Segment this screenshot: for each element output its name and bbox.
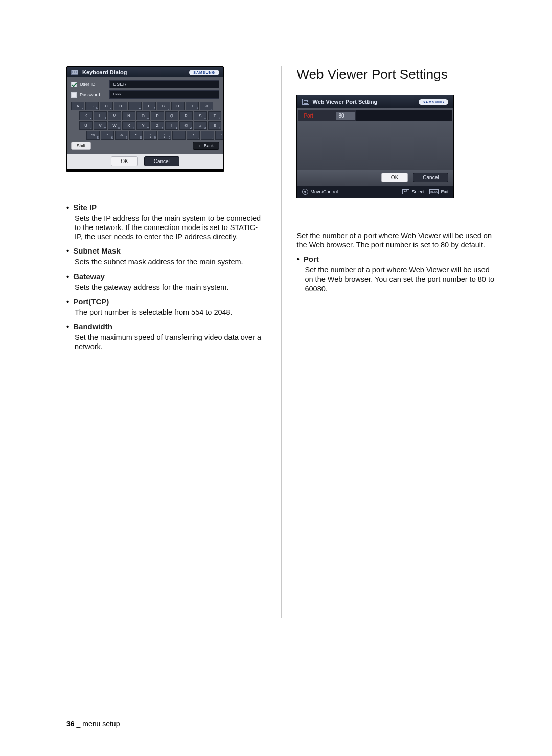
port-dialog-navbar: Move/Control Select MENUExit [297,186,453,198]
key-j[interactable]: Jj [200,102,213,110]
right-bullet-list: •PortSet the number of a port where Web … [296,255,496,298]
port-dialog: Web Viewer Port Setting SAMSUNG Port 80 … [296,95,454,198]
select-hint: Select [402,189,424,194]
port-row: Port 80 [298,110,452,121]
joystick-icon [302,189,308,195]
key-f[interactable]: Ff [143,102,156,110]
key-d[interactable]: Dd [114,102,127,110]
key-u[interactable]: Uu [79,121,93,130]
bullet-item: •Subnet MaskSets the subnet mask address… [66,246,266,266]
key-b[interactable]: Bb [85,102,99,110]
key-a[interactable]: Aa [71,102,84,110]
key-w[interactable]: Ww [108,121,121,130]
key-([interactable]: (9 [144,131,157,140]
section-heading: Web Viewer Port Settings [296,66,496,82]
bullet-item: •PortSet the number of a port where Web … [296,255,496,293]
key-/[interactable]: /. [187,131,200,140]
key-^[interactable]: ^6 [101,131,114,140]
samsung-logo: SAMSUNG [189,70,219,75]
shift-key[interactable]: Shift [71,142,91,150]
key-r[interactable]: Rr [179,111,193,120]
enter-icon [402,189,409,194]
userid-label: User ID [80,82,106,87]
key-x[interactable]: Xx [122,121,135,130]
port-label: Port [298,113,334,119]
key-*[interactable]: *8 [129,131,143,140]
exit-hint: MENUExit [429,189,448,194]
key-~[interactable]: ~- [172,131,186,140]
left-bullet-list: •Site IPSets the IP address for the main… [66,203,266,356]
key-&[interactable]: &7 [115,131,128,140]
bullet-item: •Site IPSets the IP address for the main… [66,203,266,241]
key-n[interactable]: Nn [122,111,135,120]
page-number: 36 [66,720,75,728]
bullet-title: Site IP [73,203,97,212]
keyboard-dialog-body: User ID USER Password **** AaBbCcDdEeFfG… [67,77,223,154]
monitor-icon [302,99,309,105]
password-label: Password [80,92,106,97]
section-lead: Set the number of a port where Web Viewe… [296,231,496,249]
port-dialog-title: Web Viewer Port Setting [312,99,377,105]
key-:[interactable]: :; [215,131,224,140]
key-@[interactable]: @2 [179,121,193,130]
key-l[interactable]: Ll [94,111,107,120]
back-key[interactable]: Back [193,142,219,150]
password-input[interactable]: **** [109,90,219,99]
key-)[interactable]: )0 [158,131,171,140]
key-o[interactable]: Oo [136,111,150,120]
key-m[interactable]: Mm [108,111,121,120]
bullet-desc: Sets the IP address for the main system … [75,214,266,241]
right-column: Web Viewer Port Settings Web Viewer Port… [296,66,496,618]
page-footer: 36_ menu setup [66,720,120,728]
port-value-input[interactable]: 80 [336,112,355,120]
bullet-desc: Sets the subnet mask address for the mai… [75,257,266,266]
ok-button[interactable]: OK [111,156,137,166]
keyboard-dialog: Keyboard Dialog SAMSUNG User ID USER Pas… [66,66,224,172]
key-#[interactable]: #3 [194,121,207,130]
key-y[interactable]: Yy [136,121,150,130]
cancel-button[interactable]: Cancel [413,173,448,182]
key-g[interactable]: Gg [157,102,170,110]
column-divider [281,66,282,618]
password-checkbox[interactable] [71,92,77,98]
bullet-desc: Set the number of a port where Web Viewe… [305,265,496,293]
userid-input[interactable]: USER [109,80,219,88]
cancel-button[interactable]: Cancel [144,156,179,166]
bullet-title: Gateway [73,272,105,281]
bullet-title: Bandwidth [73,322,112,331]
bullet-item: •GatewaySets the gateway address for the… [66,272,266,292]
page-section: menu setup [82,720,120,728]
keyboard-dialog-buttons: OK Cancel [67,154,223,169]
port-dialog-titlebar: Web Viewer Port Setting SAMSUNG [297,95,453,108]
bullet-title: Port(TCP) [73,297,109,306]
ok-button[interactable]: OK [381,173,408,182]
key-e[interactable]: Ee [128,102,142,110]
keyboard-icon [71,70,78,75]
key-![interactable]: !1 [165,121,178,130]
bullet-desc: The port number is selectable from 554 t… [75,308,266,317]
bullet-item: •BandwidthSet the maximum speed of trans… [66,322,266,351]
key-p[interactable]: Pp [151,111,164,120]
key-v[interactable]: Vv [94,121,107,130]
key-%[interactable]: %5 [86,131,100,140]
bullet-item: •Port(TCP)The port number is selectable … [66,297,266,317]
on-screen-keyboard: AaBbCcDdEeFfGgHhIiJjKkLlMmNnOoPpQqRrSsTt… [71,102,219,140]
key-i[interactable]: Ii [186,102,199,110]
userid-checkbox[interactable] [71,82,77,87]
key-c[interactable]: Cc [100,102,113,110]
bullet-title: Subnet Mask [73,246,121,255]
key-k[interactable]: Kk [79,111,93,120]
page-joiner: _ [77,720,81,728]
key-s[interactable]: Ss [194,111,207,120]
samsung-logo: SAMSUNG [419,99,449,105]
bullet-desc: Sets the gateway address for the main sy… [75,283,266,292]
key-t[interactable]: Tt [208,111,221,120]
keyboard-dialog-titlebar: Keyboard Dialog SAMSUNG [67,67,223,77]
key-q[interactable]: Qq [165,111,178,120]
key-z[interactable]: Zz [151,121,164,130]
key-$[interactable]: $4 [208,121,221,130]
bullet-title: Port [304,255,319,263]
menu-icon: MENU [429,189,439,194]
key-h[interactable]: Hh [171,102,185,110]
key-`[interactable]: `, [201,131,214,140]
